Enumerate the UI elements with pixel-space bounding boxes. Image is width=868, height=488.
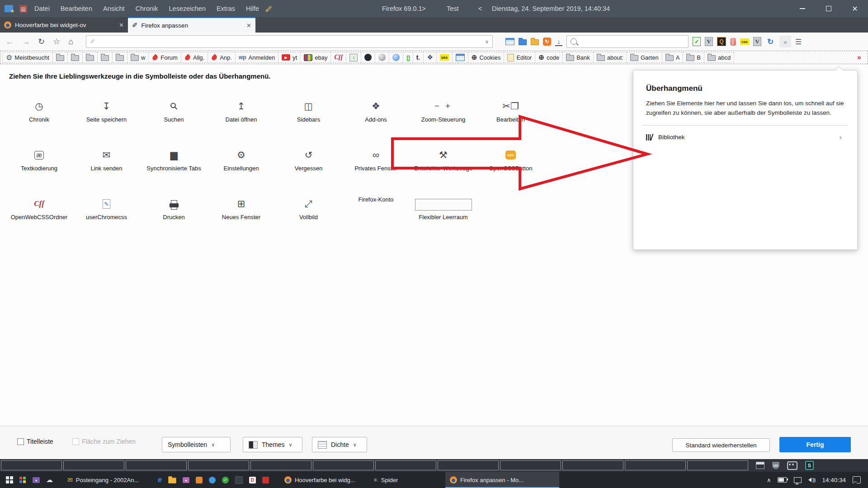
calendar-app-icon[interactable]	[19, 5, 27, 13]
tray-app-icon[interactable]	[805, 461, 814, 470]
palette-widget[interactable]: ✂❐ Bearbeiten	[477, 97, 544, 145]
empty-toolbar-slot[interactable]	[63, 460, 124, 470]
volume-icon[interactable]	[808, 478, 815, 483]
taskbar-app-icon[interactable]	[183, 477, 189, 483]
taskbar-app-icon[interactable]	[168, 478, 176, 483]
palette-widget[interactable]: ▆ Synchronisierte Tabs	[140, 145, 208, 194]
empty-toolbar-slot[interactable]	[188, 460, 249, 470]
bookmark-item[interactable]	[436, 52, 453, 63]
taskbar-app-icon[interactable]	[249, 477, 256, 483]
titlebar-checkbox-row[interactable]: Titelleiste	[17, 438, 53, 445]
dragspace-checkbox-row[interactable]: Fläche zum Ziehen	[72, 438, 136, 445]
bookmark-item[interactable]	[112, 52, 127, 63]
bookmark-item[interactable]	[361, 52, 375, 63]
toolbar-extension-icon[interactable]	[730, 38, 736, 46]
bookmark-item[interactable]	[389, 52, 403, 63]
menu-item[interactable]: Ansicht	[103, 5, 125, 12]
bookmark-item[interactable]: abcd	[704, 52, 734, 63]
bookmark-item[interactable]: Editor	[504, 52, 535, 63]
menu-item[interactable]: Lesezeichen	[169, 5, 206, 12]
toolbar-extension-icon[interactable]	[753, 37, 761, 46]
library-menu-item[interactable]: Bibliothek ›	[646, 130, 844, 145]
bookmark-item[interactable]: ebay	[300, 52, 331, 63]
tray-chevron-icon[interactable]: ∧	[767, 477, 771, 483]
star-icon[interactable]: ☆	[53, 37, 60, 47]
dragspace-checkbox[interactable]	[72, 438, 79, 445]
taskbar-app-icon[interactable]	[46, 476, 53, 484]
bookmark-item[interactable]: Cookies	[468, 52, 505, 63]
bookmark-item[interactable]: about:	[593, 52, 627, 63]
tab-close-icon[interactable]: ✕	[246, 22, 251, 29]
done-button[interactable]: Fertig	[779, 437, 851, 452]
toolbar-extension-icon[interactable]	[740, 38, 749, 45]
bookmark-item[interactable]: B	[683, 52, 704, 63]
menu-item[interactable]: Hilfe	[246, 5, 259, 12]
palette-widget[interactable]: ↧ Seite speichern	[73, 97, 140, 145]
empty-toolbar-slot[interactable]	[500, 460, 561, 470]
taskbar-window-button-active[interactable]: Firefox anpassen - Mo...	[445, 472, 559, 488]
toolbar-extension-icon[interactable]	[543, 38, 551, 46]
toolbar-extension-icon[interactable]	[693, 37, 701, 46]
hamburger-menu-icon[interactable]: ☰	[795, 38, 802, 46]
bookmark-item[interactable]: yt	[278, 52, 301, 63]
bookmark-item[interactable]: A	[662, 52, 684, 63]
forward-icon[interactable]: →	[22, 37, 30, 47]
taskbar-app-icon[interactable]	[19, 477, 26, 483]
density-dropdown[interactable]: Dichte ∨	[312, 437, 367, 452]
tab-hooverfarbe[interactable]: Hooverfarbe bei widget-ov ✕	[0, 17, 128, 33]
bookmark-item[interactable]	[375, 52, 389, 63]
palette-widget[interactable]: ❖ Add-ons	[342, 97, 410, 145]
empty-toolbar-slot[interactable]	[1, 460, 62, 470]
palette-widget[interactable]: ◷ Chronik	[5, 97, 73, 145]
bookmarks-overflow-icon[interactable]: »	[853, 53, 866, 61]
toolbars-dropdown[interactable]: Symbolleisten ∨	[162, 437, 231, 452]
taskbar-app-icon[interactable]	[196, 477, 203, 483]
themes-dropdown[interactable]: Themes ∨	[243, 437, 302, 452]
tab-firefox-anpassen[interactable]: ✐ Firefox anpassen ✕	[128, 17, 255, 33]
empty-toolbar-slot[interactable]	[438, 460, 499, 470]
bookmark-item[interactable]: code	[535, 52, 563, 63]
bookmark-item[interactable]: Anp.	[208, 52, 236, 63]
toolbar-extension-icon[interactable]	[531, 39, 539, 45]
palette-widget[interactable]: Flexibler Leerraum	[410, 194, 477, 243]
bookmark-item[interactable]: w	[127, 52, 149, 63]
empty-toolbar-slot[interactable]	[687, 460, 748, 470]
bookmark-item[interactable]	[67, 52, 83, 63]
palette-widget[interactable]: ↺ Vergessen	[275, 145, 342, 194]
palette-widget[interactable]: ∞ Privates Fenster	[342, 145, 410, 194]
empty-toolbar-slot[interactable]	[625, 460, 686, 470]
empty-toolbar-slot[interactable]	[250, 460, 311, 470]
taskbar-window-button[interactable]: Posteingang - 2002An...	[63, 472, 151, 488]
bookmark-app-icon[interactable]	[5, 5, 13, 12]
minimize-button[interactable]	[789, 0, 816, 17]
home-icon[interactable]: ⌂	[68, 37, 73, 47]
bookmark-item[interactable]: Forum	[148, 52, 181, 63]
empty-toolbar-slot[interactable]	[126, 460, 187, 470]
palette-widget[interactable]: ✎ userChromecss	[73, 194, 140, 243]
menu-item[interactable]: Datei	[34, 5, 50, 12]
toolbar-extension-icon[interactable]	[519, 39, 527, 45]
toolbar-extension-icon[interactable]	[505, 38, 514, 45]
empty-toolbar-slot[interactable]	[313, 460, 374, 470]
bookmark-item[interactable]	[346, 52, 361, 63]
bookmark-item[interactable]: Bank	[562, 52, 594, 63]
empty-toolbar-slot[interactable]	[562, 460, 623, 470]
palette-widget[interactable]: css OpenCSSButton	[477, 145, 544, 194]
palette-widget[interactable]: Cſſ OpenWebCSSOrdner	[5, 194, 73, 243]
palette-widget[interactable]: ⚒ Entwickler-Werkzeuge	[410, 145, 477, 194]
menu-item[interactable]: Chronik	[136, 5, 158, 12]
palette-widget[interactable]: Firefox-Konto	[342, 194, 410, 243]
bookmark-item[interactable]	[52, 52, 68, 63]
palette-widget[interactable]: ⊞ Neues Fenster	[208, 194, 275, 243]
overflow-chevron-icon[interactable]: »	[779, 36, 791, 47]
tab-close-icon[interactable]: ✕	[119, 22, 124, 28]
start-button[interactable]	[6, 476, 13, 483]
bookmark-item[interactable]	[423, 52, 436, 63]
bookmark-item[interactable]: Meistbesucht	[2, 52, 53, 63]
bookmark-item[interactable]	[82, 52, 98, 63]
palette-widget[interactable]: ⚲ Suchen	[140, 97, 208, 145]
search-input[interactable]	[566, 35, 689, 48]
titlebar-checkbox[interactable]	[17, 438, 24, 445]
taskbar-app-icon[interactable]	[209, 477, 216, 483]
back-icon[interactable]: ←	[5, 37, 14, 47]
